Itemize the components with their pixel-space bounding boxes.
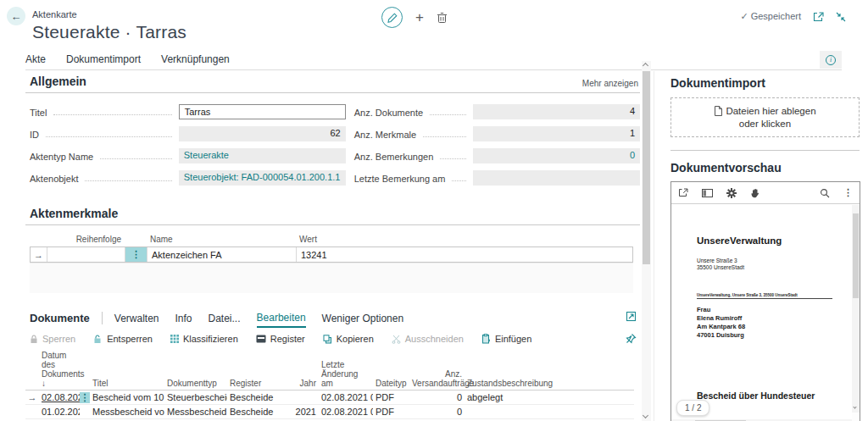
cell-geaendert: 02.08.2021 08:56	[319, 407, 373, 417]
cell-typ: Messbescheid	[164, 407, 227, 417]
titel-input[interactable]: Tarras	[179, 104, 346, 119]
register-button[interactable]: Register	[256, 334, 305, 344]
kopieren-button[interactable]: Kopieren	[323, 334, 374, 344]
cell-register: Bescheide	[227, 392, 289, 402]
cell-datum[interactable]: 02.08.2021	[39, 392, 80, 402]
open-external-icon[interactable]	[678, 188, 688, 197]
doc-org-name: UnsereVerwaltung	[697, 235, 852, 246]
merkmale-row[interactable]: → ⋮ Aktenzeichen FA 13241	[30, 247, 633, 263]
col-name: Name	[147, 232, 296, 247]
menu-tab-dokumentimport[interactable]: Dokumentimport	[66, 53, 141, 65]
paste-icon	[481, 334, 491, 344]
field-titel: Titel Tarras	[30, 102, 346, 124]
dokumente-table: Datum des Dokuments↓ Titel Dokumenttyp R…	[25, 351, 634, 421]
table-row[interactable]: 01.02.2021 Messbescheid vom 1.02.2021 Me…	[25, 405, 634, 419]
add-icon[interactable]: +	[415, 10, 424, 25]
row-indicator-icon: →	[25, 392, 39, 402]
section-dokumente: Dokumente Verwalten Info Datei... Bearbe…	[25, 307, 640, 421]
dokumente-table-header: Datum des Dokuments↓ Titel Dokumenttyp R…	[25, 351, 634, 391]
more-options-icon[interactable]: ⋮	[843, 187, 853, 198]
table-row[interactable]: → 02.08.2021 ⋮ Bescheid vom 10.01.08 Ste…	[25, 391, 634, 405]
klassifizieren-button[interactable]: Klassifizieren	[170, 334, 238, 344]
einfuegen-button[interactable]: Einfügen	[481, 334, 531, 344]
doc-address: Unsere Straße 335500 UnsereStadt	[697, 258, 852, 271]
action-bar: Akte Dokumentimport Verknüpfungen i	[25, 49, 842, 70]
tab-bearbeiten[interactable]: Bearbeiten	[257, 308, 306, 328]
field-aktenobjekt: Aktenobjekt Steuerobjekt: FAD-000054.01.…	[30, 168, 346, 190]
col-datum[interactable]: Datum des Dokuments↓	[39, 351, 80, 388]
merkmale-header-row: Reihenfolge Name Wert	[30, 232, 633, 247]
col-wert: Wert	[296, 232, 633, 247]
info-button[interactable]: i	[820, 51, 842, 69]
dokumente-title: Dokumente	[30, 312, 90, 324]
field-anz-bemerkungen: Anz. Bemerkungen 0	[354, 146, 640, 168]
breadcrumb[interactable]: Aktenkarte	[32, 9, 77, 19]
anz-bemerkungen-link[interactable]: 0	[473, 148, 640, 163]
pencil-icon	[387, 13, 398, 23]
field-id: ID 62	[30, 124, 346, 146]
cell-titel[interactable]: Messbescheid vom 1.02.2021	[90, 407, 164, 417]
entsperren-button[interactable]: Entsperren	[93, 334, 153, 344]
col-titel[interactable]: Titel	[90, 379, 164, 388]
aktentyp-link[interactable]: Steuerakte	[179, 148, 346, 163]
sperren-button: Sperren	[30, 334, 75, 344]
open-in-window-icon[interactable]	[813, 12, 824, 22]
pdf-scrollbar-thumb[interactable]	[853, 213, 859, 298]
col-register[interactable]: Register	[227, 379, 289, 388]
id-value: 62	[179, 126, 346, 141]
cell-register: Bescheide	[227, 407, 289, 417]
settings-gear-icon[interactable]	[726, 188, 737, 198]
unpin-icon[interactable]	[626, 333, 637, 344]
col-jahr[interactable]: Jahr	[289, 379, 319, 388]
cell-name[interactable]: Aktenzeichen FA	[147, 247, 297, 262]
tab-info[interactable]: Info	[175, 309, 192, 327]
page-indicator: 1 / 2	[676, 400, 709, 416]
file-icon	[714, 106, 722, 116]
col-letzte-aenderung[interactable]: Letzte Änderung am	[319, 360, 373, 388]
scroll-up-icon[interactable]	[643, 63, 648, 69]
col-versandauftraege[interactable]: Anz. Versandaufträge	[409, 369, 465, 388]
tab-weniger-optionen[interactable]: Weniger Optionen	[322, 309, 404, 327]
dokumente-toolbar: Sperren Entsperren Klassifizieren Regist…	[25, 329, 640, 349]
col-reihenfolge: Reihenfolge	[47, 232, 125, 247]
page-panel-icon[interactable]	[702, 189, 713, 197]
cell-reihenfolge[interactable]	[47, 247, 125, 262]
collapse-icon[interactable]	[836, 12, 846, 22]
page-title: Steuerakte · Tarras	[32, 22, 186, 42]
cell-titel[interactable]: Bescheid vom 10.01.08	[90, 392, 164, 402]
ausschneiden-button: Ausschneiden	[392, 334, 464, 344]
edit-button[interactable]	[381, 7, 403, 28]
save-status: ✓Gespeichert	[740, 11, 801, 22]
show-more-link[interactable]: Mehr anzeigen	[582, 79, 638, 88]
section-title-allgemein: Allgemein	[25, 75, 640, 88]
back-button[interactable]: ←	[7, 7, 25, 25]
delete-icon[interactable]	[437, 12, 448, 24]
cell-wert[interactable]: 13241	[297, 247, 632, 262]
scrollbar-thumb[interactable]	[643, 71, 650, 264]
tab-datei[interactable]: Datei...	[209, 309, 241, 327]
col-zustandsbeschreibung[interactable]: Zustandsbeschreibung	[465, 379, 634, 388]
col-dokumenttyp[interactable]: Dokumenttyp	[164, 379, 227, 388]
cell-dateityp: PDF	[373, 407, 409, 417]
main-scrollbar[interactable]	[642, 61, 651, 421]
col-dateityp[interactable]: Dateityp	[373, 379, 409, 388]
tab-verwalten[interactable]: Verwalten	[114, 309, 159, 327]
file-dropzone[interactable]: Dateien hier ablegenoder klicken	[670, 97, 860, 137]
doc-subject: Bescheid über Hundesteuer	[697, 391, 852, 401]
cell-versand: 0	[409, 407, 465, 417]
section-allgemein: Allgemein Mehr anzeigen Titel Tarras ID …	[25, 75, 640, 190]
expand-list-icon[interactable]	[626, 311, 637, 322]
aktenobjekt-link[interactable]: Steuerobjekt: FAD-000054.01.200.1.1	[179, 170, 346, 186]
unlock-icon	[93, 335, 103, 344]
menu-tab-akte[interactable]: Akte	[25, 53, 46, 65]
row-indicator-icon: →	[31, 247, 47, 262]
sort-descending-icon: ↓	[42, 379, 46, 388]
search-icon[interactable]	[820, 188, 830, 198]
cell-menu-icon[interactable]: ⋮	[125, 247, 147, 262]
pan-hand-icon[interactable]	[750, 187, 760, 198]
menu-tab-verknuepfungen[interactable]: Verknüpfungen	[161, 53, 230, 65]
pdf-vertical-scrollbar[interactable]	[852, 205, 860, 413]
scroll-down-icon[interactable]	[643, 413, 648, 418]
cell-menu-icon[interactable]: ⋮	[80, 392, 90, 403]
cell-datum[interactable]: 01.02.2021	[39, 407, 80, 417]
